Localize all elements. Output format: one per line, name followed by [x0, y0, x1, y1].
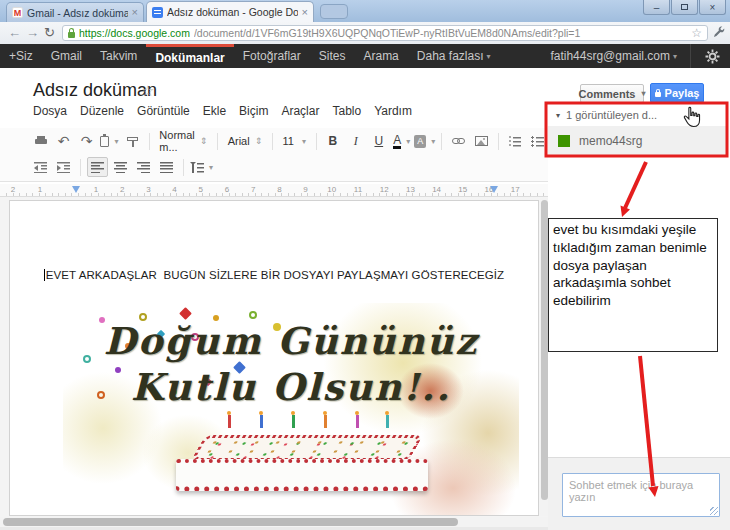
menu-bicim[interactable]: Biçim	[239, 104, 268, 118]
menu-araclar[interactable]: Araçlar	[281, 104, 319, 118]
document-title[interactable]: Adsız doküman	[33, 80, 157, 101]
right-indent-marker[interactable]	[490, 186, 498, 193]
text-color-button[interactable]: A▾	[391, 131, 412, 151]
line-spacing-button[interactable]: ▾	[190, 157, 213, 177]
paint-format-button[interactable]	[122, 131, 143, 151]
minimize-button[interactable]: –	[643, 0, 670, 15]
numbered-list-icon	[508, 136, 521, 147]
account-email[interactable]: fatih44srg@gmail.com▾	[541, 49, 686, 63]
insert-image-button[interactable]	[471, 131, 492, 151]
comments-button[interactable]: Comments ▾	[580, 84, 644, 103]
address-bar[interactable]: https://docs.google.com /document/d/1VF6…	[62, 25, 708, 41]
gbar-item-sites[interactable]: Sites	[310, 44, 355, 68]
close-button[interactable]: ×	[699, 0, 726, 15]
new-tab-button[interactable]	[320, 4, 348, 19]
bookmark-star-icon[interactable]: ☆	[691, 26, 702, 40]
justify-button[interactable]	[156, 157, 177, 177]
undo-button[interactable]: ↶	[53, 131, 74, 151]
chrome-menu-wrench-icon[interactable]	[712, 24, 727, 41]
ruler-mark: 4	[172, 185, 176, 194]
bulleted-list-button[interactable]	[527, 131, 548, 151]
candle	[386, 415, 389, 428]
style-value: Normal m...	[159, 129, 194, 153]
horizontal-scrollbar-thumb[interactable]	[3, 518, 458, 526]
resize-grip-icon[interactable]	[710, 507, 718, 515]
numbered-list-button[interactable]	[504, 131, 525, 151]
restore-button[interactable]	[671, 0, 698, 15]
chat-input[interactable]	[562, 473, 720, 517]
ruler-mark: 15	[458, 185, 467, 194]
link-icon	[452, 138, 465, 145]
tab-docs[interactable]: Adsız doküman - Google Dokü ×	[146, 1, 314, 22]
toolbar-row-2: ▾	[0, 154, 548, 180]
justify-icon	[160, 162, 173, 173]
gbar-item-documents[interactable]: Dokümanlar	[146, 44, 233, 68]
ruler-mark: 6	[225, 185, 229, 194]
gbar-item-photos[interactable]: Fotoğraflar	[234, 44, 310, 68]
star-document-icon[interactable]: ☆	[141, 82, 154, 100]
decrease-indent-button[interactable]	[30, 157, 51, 177]
menu-dosya[interactable]: Dosya	[33, 104, 67, 118]
viewers-summary: 1 görüntüleyen d...	[566, 109, 657, 121]
url-secure-part: https://docs.google.com	[79, 27, 190, 39]
align-right-button[interactable]	[133, 157, 154, 177]
menu-yardim[interactable]: Yardım	[374, 104, 412, 118]
insert-link-button[interactable]	[448, 131, 469, 151]
gbar-item-more[interactable]: Daha fazlası▾	[408, 44, 500, 68]
italic-button[interactable]: I	[345, 131, 366, 151]
web-clipboard-button[interactable]: ▾	[99, 131, 120, 151]
browser-titlebar: M Gmail - Adsız doküman (fatih4 × Adsız …	[0, 0, 730, 22]
tab-close-icon[interactable]: ×	[132, 7, 138, 18]
document-page[interactable]: EVET ARKADAŞLAR BUGÜN SİZLERE BİR DOSYAY…	[9, 200, 539, 516]
menu-duzenle[interactable]: Düzenle	[80, 104, 124, 118]
highlight-color-button[interactable]: A▾	[414, 131, 435, 151]
paint-format-icon	[127, 136, 138, 147]
font-select[interactable]: Arial⇕	[224, 131, 267, 151]
stepper-icon: ⇕	[255, 136, 263, 146]
vertical-scrollbar-thumb[interactable]	[541, 200, 548, 500]
align-right-icon	[137, 162, 150, 173]
viewer-row-memo44srg[interactable]: memo44srg	[548, 126, 727, 155]
gear-icon[interactable]	[705, 49, 720, 64]
outdent-icon	[34, 162, 47, 173]
underline-button[interactable]: U	[368, 131, 389, 151]
chat-panel	[548, 457, 730, 530]
indent-icon	[57, 162, 70, 173]
share-button[interactable]: Paylaş	[650, 83, 704, 103]
forward-button[interactable]: →	[26, 22, 39, 44]
gbar-item-calendar[interactable]: Takvim	[91, 44, 146, 68]
menu-bar: Dosya Düzenle Görüntüle Ekle Biçim Araçl…	[33, 104, 412, 118]
gbar-item-plus-you[interactable]: +Siz	[0, 44, 42, 68]
window-controls: – ×	[643, 0, 726, 15]
tab-gmail[interactable]: M Gmail - Adsız doküman (fatih4 ×	[6, 2, 144, 22]
back-button[interactable]: ←	[8, 22, 21, 44]
ruler-mark: 2	[11, 185, 15, 194]
ruler-mark: 9	[303, 185, 307, 194]
gbar-item-gmail[interactable]: Gmail	[42, 44, 91, 68]
ruler-mark: 11	[354, 185, 362, 194]
reload-button[interactable]: ↻	[44, 22, 55, 44]
menu-ekle[interactable]: Ekle	[203, 104, 226, 118]
gbar-item-search[interactable]: Arama	[354, 44, 407, 68]
align-center-button[interactable]	[110, 157, 131, 177]
viewer-name: memo44srg	[579, 134, 642, 148]
annotation-note-box: evet bu kısımdaki yeşile tıkladığım zama…	[548, 218, 718, 352]
menu-tablo[interactable]: Tablo	[332, 104, 361, 118]
font-size-select[interactable]: 11▾	[279, 131, 310, 151]
paragraph-style-select[interactable]: Normal m...⇕	[155, 131, 211, 151]
tab-gmail-label: Gmail - Adsız doküman (fatih4	[27, 7, 128, 19]
bold-button[interactable]: B	[322, 131, 343, 151]
redo-button[interactable]: ↷	[76, 131, 97, 151]
gmail-icon: M	[12, 7, 23, 18]
ruler-mark: 2	[120, 185, 124, 194]
increase-indent-button[interactable]	[53, 157, 74, 177]
birthday-text-line1: Doğum Gününüz	[63, 319, 519, 363]
align-left-button[interactable]	[87, 157, 108, 177]
align-left-icon	[91, 162, 104, 173]
menu-goruntule[interactable]: Görüntüle	[137, 104, 190, 118]
left-indent-marker[interactable]	[72, 186, 80, 193]
birthday-image[interactable]: Doğum Gününüz Kutlu Olsun!..	[63, 303, 519, 515]
print-button[interactable]	[30, 131, 51, 151]
tab-close-icon[interactable]: ×	[302, 7, 308, 18]
lock-icon	[655, 92, 661, 97]
